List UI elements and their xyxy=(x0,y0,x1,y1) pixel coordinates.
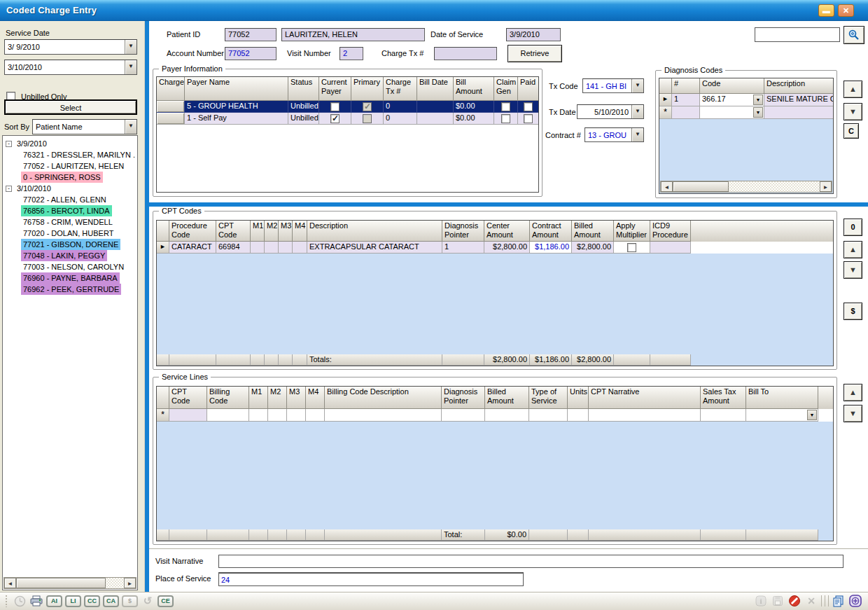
scroll-left-icon[interactable]: ◄ xyxy=(4,578,16,588)
service-cell[interactable] xyxy=(568,409,589,422)
tree-node-patient[interactable]: 77022 - ALLEN, GLENN xyxy=(3,194,137,205)
service-cell[interactable] xyxy=(249,409,268,422)
paid-checkbox[interactable] xyxy=(524,114,533,123)
bill-to-combo[interactable]: ▼ xyxy=(747,410,817,420)
diagnosis-code-cell[interactable]: 366.17▼ xyxy=(700,94,764,106)
scroll-right-icon[interactable]: ► xyxy=(820,181,832,192)
service-cell[interactable] xyxy=(306,409,325,422)
cc-button[interactable]: CC xyxy=(84,595,100,607)
diagnosis-horizontal-scrollbar[interactable]: ◄ ► xyxy=(660,181,832,193)
diagnosis-code-cell[interactable]: ▼ xyxy=(700,106,764,119)
diagnosis-row[interactable]: ►1366.17▼SENILE MATURE CATARA xyxy=(659,94,833,106)
diagnosis-c-button[interactable]: C xyxy=(844,123,859,139)
chevron-down-icon[interactable]: ▼ xyxy=(753,107,763,118)
tree-node-patient[interactable]: 77021 - GIBSON, DORENE xyxy=(3,239,137,250)
tree-node-patient[interactable]: 76962 - PEEK, GERTRUDE xyxy=(3,284,137,295)
contract-dropdown[interactable]: 13 - GROU ▼ xyxy=(584,127,644,142)
claim-gen-checkbox[interactable] xyxy=(501,102,510,111)
diagnosis-code-combo[interactable]: 366.17▼ xyxy=(701,95,763,105)
ce-button[interactable]: CE xyxy=(158,595,174,607)
tx-date-dropdown[interactable]: 5/10/2010 ▼ xyxy=(577,104,644,119)
claim-gen-checkbox[interactable] xyxy=(501,114,510,123)
tree-node-patient[interactable]: 76856 - BERCOT, LINDA xyxy=(3,205,137,216)
chevron-down-icon[interactable]: ▼ xyxy=(125,60,136,74)
cpt-move-up-button[interactable]: ▲ xyxy=(844,241,862,258)
current-payer-checkbox[interactable] xyxy=(330,114,340,123)
retrieve-button[interactable]: Retrieve xyxy=(507,45,562,62)
service-cell[interactable] xyxy=(325,409,442,422)
chevron-down-icon[interactable]: ▼ xyxy=(631,79,643,92)
chevron-down-icon[interactable]: ▼ xyxy=(631,128,643,141)
tree-node-patient[interactable]: 77048 - LAKIN, PEGGY xyxy=(3,250,137,261)
chevron-down-icon[interactable]: ▼ xyxy=(125,120,136,134)
payer-charge-cell[interactable] xyxy=(157,113,185,125)
li-button[interactable]: LI xyxy=(65,595,81,607)
ai-button[interactable]: AI xyxy=(46,595,62,607)
sort-by-dropdown[interactable]: Patient Name ▼ xyxy=(32,119,137,134)
service-date-from-dropdown[interactable]: 3/ 9/2010 ▼ xyxy=(4,39,137,55)
search-input[interactable] xyxy=(755,27,840,42)
paid-checkbox[interactable] xyxy=(524,102,533,111)
cpt-row[interactable]: ►CATARACT66984EXTRACAPSULAR CATARACT1$2,… xyxy=(157,242,833,254)
visit-number-field[interactable]: 2 xyxy=(340,47,363,60)
service-cell[interactable] xyxy=(287,409,306,422)
service-cell[interactable] xyxy=(207,409,249,422)
service-move-down-button[interactable]: ▼ xyxy=(844,405,862,422)
tree-node-date[interactable]: -3/10/2010 xyxy=(3,183,137,194)
ca-button[interactable]: CA xyxy=(103,595,119,607)
apply-multiplier-checkbox[interactable] xyxy=(627,243,636,252)
cpt-dollar-button[interactable]: $ xyxy=(844,303,862,320)
tree-node-patient[interactable]: 0 - SPRINGER, ROSS xyxy=(3,172,137,183)
payer-row[interactable]: 1 - Self PayUnbilled0$0.00 xyxy=(157,113,538,125)
bill-to-cell[interactable]: ▼ xyxy=(746,409,818,422)
service-new-row[interactable]: *▼ xyxy=(157,409,833,422)
print-button[interactable] xyxy=(29,594,44,608)
account-number-field[interactable]: 77052 xyxy=(225,47,276,60)
chevron-down-icon[interactable]: ▼ xyxy=(807,410,817,420)
select-button[interactable]: Select xyxy=(4,99,137,115)
visit-narrative-input[interactable] xyxy=(218,555,844,568)
diagnosis-move-down-button[interactable]: ▼ xyxy=(844,103,862,120)
payer-charge-cell[interactable] xyxy=(157,101,185,113)
diagnosis-move-up-button[interactable]: ▲ xyxy=(844,81,862,98)
scroll-right-icon[interactable]: ► xyxy=(124,578,136,588)
scroll-left-icon[interactable]: ◄ xyxy=(661,181,673,192)
current-payer-checkbox[interactable] xyxy=(330,102,340,111)
tree-node-patient[interactable]: 76960 - PAYNE, BARBARA xyxy=(3,272,137,284)
cpt-code-cell[interactable] xyxy=(169,409,207,422)
minimize-button[interactable]: ▬ xyxy=(818,4,834,17)
tx-code-dropdown[interactable]: 141 - GH BI ▼ xyxy=(582,78,644,93)
scrollbar-thumb[interactable] xyxy=(16,578,106,588)
close-button[interactable]: ✕ xyxy=(838,4,854,17)
tree-node-patient[interactable]: 76758 - CRIM, WENDELL xyxy=(3,216,137,228)
cpt-move-down-button[interactable]: ▼ xyxy=(844,261,862,279)
diagnosis-code-combo[interactable]: ▼ xyxy=(701,107,763,118)
tree-node-patient[interactable]: 77020 - DOLAN, HUBERT xyxy=(3,228,137,239)
collapse-icon[interactable]: - xyxy=(6,141,12,147)
tree-horizontal-scrollbar[interactable]: ◄ ► xyxy=(4,577,136,589)
chevron-down-icon[interactable]: ▼ xyxy=(753,95,763,105)
copy-charges-button[interactable] xyxy=(831,594,846,608)
sales-tax-cell[interactable] xyxy=(701,409,746,422)
diagnosis-new-row[interactable]: *▼ xyxy=(659,106,833,119)
search-button[interactable] xyxy=(844,26,864,44)
patient-id-field[interactable]: 77052 xyxy=(225,28,276,41)
service-cell[interactable] xyxy=(485,409,529,422)
service-date-to-dropdown[interactable]: 3/10/2010 ▼ xyxy=(4,60,137,75)
add-charge-button[interactable] xyxy=(848,594,863,608)
payer-row[interactable]: 5 - GROUP HEALTHUnbilled0$0.00 xyxy=(157,101,538,113)
cpt-zero-button[interactable]: 0 xyxy=(844,219,862,236)
tree-node-date[interactable]: -3/9/2010 xyxy=(3,138,137,149)
service-cell[interactable] xyxy=(589,409,701,422)
chevron-down-icon[interactable]: ▼ xyxy=(631,105,643,118)
service-cell[interactable] xyxy=(268,409,287,422)
collapse-icon[interactable]: - xyxy=(6,186,12,192)
tree-node-patient[interactable]: 76321 - DRESSLER, MARILYN . xyxy=(3,149,137,160)
place-of-service-input[interactable] xyxy=(218,572,524,586)
charge-tx-field[interactable] xyxy=(434,47,497,60)
service-move-up-button[interactable]: ▲ xyxy=(844,384,862,401)
service-cell[interactable] xyxy=(442,409,485,422)
chevron-down-icon[interactable]: ▼ xyxy=(125,40,136,54)
tree-node-patient[interactable]: 77052 - LAURITZEN, HELEN xyxy=(3,160,137,172)
service-cell[interactable] xyxy=(529,409,568,422)
